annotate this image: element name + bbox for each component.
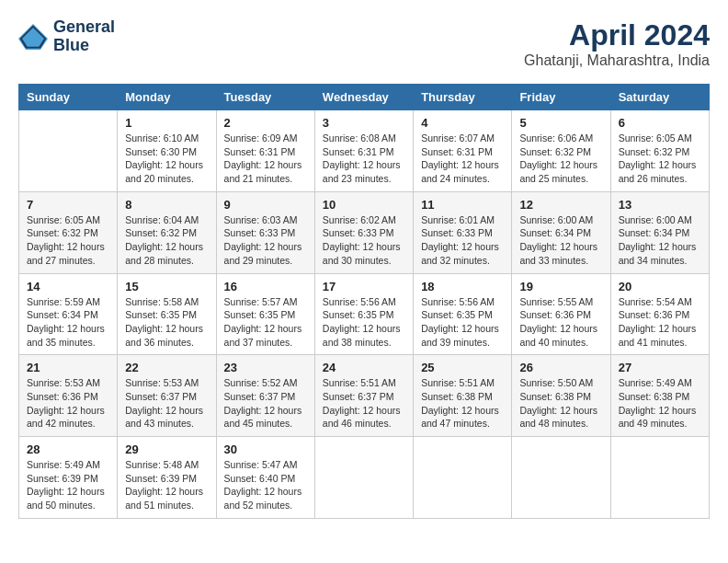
calendar-cell: 14Sunrise: 5:59 AMSunset: 6:34 PMDayligh… xyxy=(19,273,118,355)
day-info: Sunrise: 6:07 AMSunset: 6:31 PMDaylight:… xyxy=(421,132,504,186)
calendar-cell: 8Sunrise: 6:04 AMSunset: 6:32 PMDaylight… xyxy=(118,191,216,273)
day-number: 1 xyxy=(125,116,208,130)
day-number: 3 xyxy=(323,116,405,130)
page-header: General Blue April 2024 Ghatanji, Mahara… xyxy=(18,18,710,69)
calendar-cell: 5Sunrise: 6:06 AMSunset: 6:32 PMDaylight… xyxy=(512,110,610,192)
calendar-cell: 12Sunrise: 6:00 AMSunset: 6:34 PMDayligh… xyxy=(512,191,610,273)
calendar-cell: 20Sunrise: 5:54 AMSunset: 6:36 PMDayligh… xyxy=(610,273,709,355)
calendar-week-row: 14Sunrise: 5:59 AMSunset: 6:34 PMDayligh… xyxy=(19,273,710,355)
calendar-cell: 21Sunrise: 5:53 AMSunset: 6:36 PMDayligh… xyxy=(19,355,118,437)
calendar-cell: 18Sunrise: 5:56 AMSunset: 6:35 PMDayligh… xyxy=(414,273,512,355)
calendar-cell: 15Sunrise: 5:58 AMSunset: 6:35 PMDayligh… xyxy=(118,273,216,355)
day-info: Sunrise: 6:01 AMSunset: 6:33 PMDaylight:… xyxy=(421,213,504,268)
day-number: 30 xyxy=(224,442,307,456)
day-number: 20 xyxy=(619,280,701,293)
calendar-cell: 27Sunrise: 5:49 AMSunset: 6:38 PMDayligh… xyxy=(610,355,709,437)
weekday-header: Wednesday xyxy=(314,85,413,110)
page-subtitle: Ghatanji, Maharashtra, India xyxy=(524,52,710,69)
calendar-cell: 25Sunrise: 5:51 AMSunset: 6:38 PMDayligh… xyxy=(414,355,512,437)
day-number: 27 xyxy=(619,361,701,374)
calendar-cell: 17Sunrise: 5:56 AMSunset: 6:35 PMDayligh… xyxy=(314,273,413,355)
weekday-header: Tuesday xyxy=(216,85,314,110)
day-info: Sunrise: 6:02 AMSunset: 6:33 PMDaylight:… xyxy=(323,213,405,268)
logo-text: General Blue xyxy=(53,18,115,55)
day-number: 18 xyxy=(421,280,504,293)
calendar-header: SundayMondayTuesdayWednesdayThursdayFrid… xyxy=(19,85,710,110)
day-info: Sunrise: 5:53 AMSunset: 6:37 PMDaylight:… xyxy=(125,376,208,431)
day-number: 29 xyxy=(125,442,208,456)
day-info: Sunrise: 5:52 AMSunset: 6:37 PMDaylight:… xyxy=(224,376,307,431)
day-info: Sunrise: 5:51 AMSunset: 6:38 PMDaylight:… xyxy=(421,376,504,431)
logo-icon xyxy=(18,24,48,50)
calendar-cell: 2Sunrise: 6:09 AMSunset: 6:31 PMDaylight… xyxy=(216,110,314,192)
logo: General Blue xyxy=(18,18,115,55)
calendar-cell: 7Sunrise: 6:05 AMSunset: 6:32 PMDaylight… xyxy=(19,191,118,273)
day-info: Sunrise: 5:51 AMSunset: 6:37 PMDaylight:… xyxy=(323,376,405,431)
calendar-cell: 24Sunrise: 5:51 AMSunset: 6:37 PMDayligh… xyxy=(314,355,413,437)
day-info: Sunrise: 5:58 AMSunset: 6:35 PMDaylight:… xyxy=(125,295,208,350)
calendar-cell xyxy=(19,110,118,192)
calendar-cell: 22Sunrise: 5:53 AMSunset: 6:37 PMDayligh… xyxy=(118,355,216,437)
day-number: 9 xyxy=(224,198,307,212)
day-number: 8 xyxy=(125,198,208,212)
day-number: 24 xyxy=(323,361,405,374)
day-number: 6 xyxy=(619,116,701,130)
day-info: Sunrise: 6:03 AMSunset: 6:33 PMDaylight:… xyxy=(224,213,307,268)
calendar-cell: 10Sunrise: 6:02 AMSunset: 6:33 PMDayligh… xyxy=(314,191,413,273)
day-info: Sunrise: 5:50 AMSunset: 6:38 PMDaylight:… xyxy=(519,376,602,431)
calendar-cell: 19Sunrise: 5:55 AMSunset: 6:36 PMDayligh… xyxy=(512,273,610,355)
day-number: 13 xyxy=(619,198,701,212)
calendar-week-row: 7Sunrise: 6:05 AMSunset: 6:32 PMDaylight… xyxy=(19,191,710,273)
day-info: Sunrise: 5:47 AMSunset: 6:40 PMDaylight:… xyxy=(224,458,307,512)
day-info: Sunrise: 5:54 AMSunset: 6:36 PMDaylight:… xyxy=(619,295,701,350)
calendar-cell xyxy=(414,437,512,519)
day-number: 5 xyxy=(519,116,602,130)
day-info: Sunrise: 6:05 AMSunset: 6:32 PMDaylight:… xyxy=(27,213,109,268)
page-title: April 2024 xyxy=(524,18,710,52)
day-number: 12 xyxy=(519,198,602,212)
day-info: Sunrise: 6:00 AMSunset: 6:34 PMDaylight:… xyxy=(519,213,602,268)
day-info: Sunrise: 5:56 AMSunset: 6:35 PMDaylight:… xyxy=(421,295,504,350)
calendar-cell: 26Sunrise: 5:50 AMSunset: 6:38 PMDayligh… xyxy=(512,355,610,437)
calendar-cell: 6Sunrise: 6:05 AMSunset: 6:32 PMDaylight… xyxy=(610,110,709,192)
day-number: 26 xyxy=(519,361,602,374)
day-info: Sunrise: 5:55 AMSunset: 6:36 PMDaylight:… xyxy=(519,295,602,350)
calendar-cell: 29Sunrise: 5:48 AMSunset: 6:39 PMDayligh… xyxy=(118,437,216,519)
calendar-cell: 3Sunrise: 6:08 AMSunset: 6:31 PMDaylight… xyxy=(314,110,413,192)
day-info: Sunrise: 6:06 AMSunset: 6:32 PMDaylight:… xyxy=(519,132,602,186)
calendar-cell: 23Sunrise: 5:52 AMSunset: 6:37 PMDayligh… xyxy=(216,355,314,437)
calendar-table: SundayMondayTuesdayWednesdayThursdayFrid… xyxy=(18,84,710,519)
day-number: 21 xyxy=(27,361,109,374)
day-info: Sunrise: 5:49 AMSunset: 6:38 PMDaylight:… xyxy=(619,376,701,431)
calendar-cell: 28Sunrise: 5:49 AMSunset: 6:39 PMDayligh… xyxy=(19,437,118,519)
day-info: Sunrise: 5:57 AMSunset: 6:35 PMDaylight:… xyxy=(224,295,307,350)
day-number: 22 xyxy=(125,361,208,374)
calendar-week-row: 28Sunrise: 5:49 AMSunset: 6:39 PMDayligh… xyxy=(19,437,710,519)
calendar-cell: 1Sunrise: 6:10 AMSunset: 6:30 PMDaylight… xyxy=(118,110,216,192)
weekday-header: Sunday xyxy=(19,85,118,110)
day-number: 2 xyxy=(224,116,307,130)
weekday-header: Friday xyxy=(512,85,610,110)
day-number: 10 xyxy=(323,198,405,212)
day-info: Sunrise: 6:04 AMSunset: 6:32 PMDaylight:… xyxy=(125,213,208,268)
calendar-cell: 13Sunrise: 6:00 AMSunset: 6:34 PMDayligh… xyxy=(610,191,709,273)
day-info: Sunrise: 5:53 AMSunset: 6:36 PMDaylight:… xyxy=(27,376,109,431)
day-number: 23 xyxy=(224,361,307,374)
weekday-header: Saturday xyxy=(610,85,709,110)
calendar-week-row: 21Sunrise: 5:53 AMSunset: 6:36 PMDayligh… xyxy=(19,355,710,437)
day-info: Sunrise: 6:08 AMSunset: 6:31 PMDaylight:… xyxy=(323,132,405,186)
calendar-week-row: 1Sunrise: 6:10 AMSunset: 6:30 PMDaylight… xyxy=(19,110,710,192)
calendar-cell xyxy=(512,437,610,519)
calendar-cell: 30Sunrise: 5:47 AMSunset: 6:40 PMDayligh… xyxy=(216,437,314,519)
day-number: 28 xyxy=(27,442,109,456)
day-info: Sunrise: 6:09 AMSunset: 6:31 PMDaylight:… xyxy=(224,132,307,186)
day-info: Sunrise: 5:49 AMSunset: 6:39 PMDaylight:… xyxy=(27,458,109,512)
day-number: 14 xyxy=(27,280,109,293)
day-number: 17 xyxy=(323,280,405,293)
weekday-header: Monday xyxy=(118,85,216,110)
calendar-cell: 16Sunrise: 5:57 AMSunset: 6:35 PMDayligh… xyxy=(216,273,314,355)
day-number: 25 xyxy=(421,361,504,374)
day-info: Sunrise: 6:05 AMSunset: 6:32 PMDaylight:… xyxy=(619,132,701,186)
day-number: 7 xyxy=(27,198,109,212)
day-info: Sunrise: 6:00 AMSunset: 6:34 PMDaylight:… xyxy=(619,213,701,268)
